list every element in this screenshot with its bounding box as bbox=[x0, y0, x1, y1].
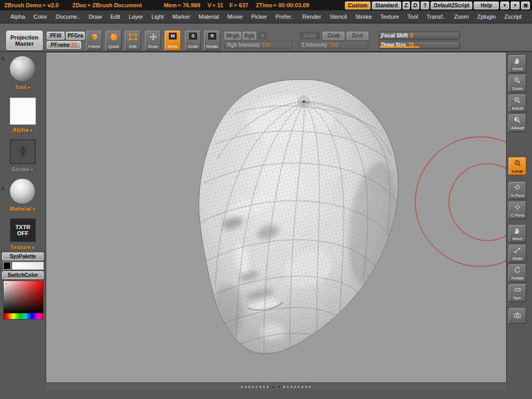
menu-item-tool[interactable]: Tool bbox=[407, 14, 418, 20]
current-material-thumbnail[interactable] bbox=[10, 179, 36, 204]
mrgb-button[interactable]: Mrgb bbox=[224, 32, 241, 39]
menu-item-movie[interactable]: Movie bbox=[228, 14, 243, 20]
clear-pivot-button[interactable]: C.Pivot bbox=[509, 202, 526, 219]
window-layout-icon[interactable]: ▣ bbox=[521, 2, 530, 9]
zadd-button[interactable]: Zadd bbox=[299, 32, 321, 39]
current-stroke-thumbnail[interactable] bbox=[10, 139, 36, 164]
tool-palette-label[interactable]: Tool▼ bbox=[0, 84, 46, 90]
menu-item-alpha[interactable]: Alpha bbox=[10, 14, 25, 20]
alpha-palette-label[interactable]: Alpha▼ bbox=[0, 127, 46, 133]
menu-item-zscript[interactable]: Zscript bbox=[504, 14, 522, 20]
document-canvas[interactable] bbox=[46, 52, 507, 383]
texture-palette-label[interactable]: Texture▼ bbox=[0, 244, 46, 250]
zbrush-app-window: ZBrush Demo ▶ v2.0 ZDoc ▶ ZBrush Documen… bbox=[0, 0, 532, 399]
scale-canvas-button[interactable]: Scale bbox=[509, 245, 526, 262]
help-button[interactable]: Help bbox=[474, 2, 499, 9]
z-intensity-value: 100 bbox=[329, 42, 338, 48]
chevron-down-icon: ▼ bbox=[32, 207, 36, 212]
hue-strip[interactable] bbox=[4, 313, 43, 319]
color-picker[interactable] bbox=[3, 281, 44, 320]
local-button[interactable]: Local bbox=[509, 157, 526, 175]
edit-label: Edit bbox=[129, 44, 137, 49]
pfill-button[interactable]: PFill bbox=[47, 32, 64, 39]
menu-item-marker[interactable]: Marker bbox=[172, 14, 190, 20]
current-tool-thumbnail[interactable] bbox=[10, 56, 36, 81]
window-dropdown-icon[interactable]: ▾ bbox=[500, 2, 509, 9]
projection-master-button[interactable]: Projection Master bbox=[6, 31, 43, 50]
menu-item-zplugin[interactable]: Zplugin bbox=[477, 14, 496, 20]
tray-collapse-arrow-icon[interactable] bbox=[1, 56, 4, 61]
move-canvas-button[interactable]: Move bbox=[509, 225, 526, 243]
pframe-slider[interactable]: PFrame25 bbox=[47, 41, 81, 49]
menu-item-preferences[interactable]: Prefer.. bbox=[275, 14, 294, 20]
menu-item-transform[interactable]: Transf.. bbox=[427, 14, 446, 20]
menu-item-draw[interactable]: Draw bbox=[88, 14, 102, 20]
zcut-button[interactable]: Zcut bbox=[347, 32, 368, 39]
scroll-button[interactable]: Scroll bbox=[509, 55, 526, 73]
arrow-separator-icon: ▶ bbox=[88, 3, 90, 7]
material-palette-label[interactable]: Material▼ bbox=[0, 206, 46, 212]
rotate-mode-button[interactable]: R Rotate bbox=[204, 31, 220, 50]
rgb-button[interactable]: Rgb bbox=[243, 32, 256, 39]
custom-ui-button[interactable]: Custom bbox=[345, 2, 370, 9]
aahalf-label: AAHalf bbox=[511, 126, 524, 130]
z-intensity-slider[interactable]: Z Intensity100 bbox=[299, 41, 368, 49]
stat-label: ZTime bbox=[256, 2, 272, 8]
menu-item-edit[interactable]: Edit bbox=[110, 14, 120, 20]
syspalette-button[interactable]: SysPalette bbox=[2, 252, 44, 260]
menu-item-material[interactable]: Material bbox=[198, 14, 219, 20]
draw-size-slider[interactable]: Draw Size79 bbox=[379, 41, 460, 49]
menu-item-color[interactable]: Color bbox=[33, 14, 47, 20]
rotate-canvas-button[interactable]: Rotate bbox=[509, 264, 526, 282]
edit-button[interactable]: Edit bbox=[125, 31, 141, 50]
default-zscript-button[interactable]: DefaultZScript bbox=[431, 2, 472, 9]
scale-mode-button[interactable]: S Scale bbox=[185, 31, 201, 50]
color-cursor[interactable] bbox=[5, 282, 8, 285]
zoom-button[interactable]: Zoom bbox=[509, 75, 526, 92]
current-alpha-thumbnail[interactable] bbox=[10, 98, 36, 125]
menu-item-stencil[interactable]: Stencil bbox=[329, 14, 347, 20]
chevron-down-icon: ▼ bbox=[29, 128, 33, 133]
snapshot-button[interactable] bbox=[509, 308, 526, 324]
zsub-button[interactable]: Zsub bbox=[323, 32, 344, 39]
frame-button[interactable]: Frame bbox=[86, 31, 102, 50]
saturation-value-area[interactable] bbox=[4, 281, 43, 313]
z-button[interactable]: Z bbox=[403, 2, 410, 9]
tray-expand-down-icon[interactable]: ▼ bbox=[277, 385, 281, 389]
d-button[interactable]: D bbox=[411, 2, 419, 9]
focal-shift-slider[interactable]: Focal Shift0 bbox=[379, 32, 460, 39]
move-mode-button[interactable]: M Move bbox=[165, 31, 181, 50]
draw-mode-button[interactable]: Draw bbox=[145, 31, 161, 50]
menu-item-light[interactable]: Light bbox=[152, 14, 164, 20]
menu-item-render[interactable]: Render bbox=[302, 14, 321, 20]
main-color-swatch[interactable] bbox=[3, 262, 11, 270]
rgb-intensity-slider[interactable]: Rgb Intensity100 bbox=[224, 41, 292, 49]
bottom-tray-handle[interactable]: ▲ ▼ bbox=[46, 383, 507, 390]
tray-expand-up-icon[interactable]: ▲ bbox=[272, 385, 275, 389]
stat-label: V bbox=[207, 2, 211, 8]
menu-item-texture[interactable]: Texture bbox=[380, 14, 399, 20]
standard-ui-button[interactable]: Standard bbox=[372, 2, 401, 9]
menu-item-zoom[interactable]: Zoom bbox=[454, 14, 469, 20]
help-question-button[interactable]: ? bbox=[421, 2, 429, 9]
current-texture-thumbnail[interactable]: TXTR OFF bbox=[10, 218, 36, 242]
pfgra-button[interactable]: PFGra bbox=[66, 32, 85, 39]
spin-button[interactable]: Spin bbox=[509, 284, 526, 302]
actual-size-button[interactable]: Actual bbox=[509, 95, 526, 112]
quick-button[interactable]: Quick bbox=[105, 31, 122, 50]
stroke-palette-label[interactable]: Stroke▼ bbox=[0, 166, 46, 172]
secondary-color-swatch[interactable] bbox=[12, 262, 44, 270]
menu-item-stroke[interactable]: Stroke bbox=[355, 14, 372, 20]
move-m-icon: M bbox=[169, 33, 177, 39]
menu-item-layer[interactable]: Layer bbox=[129, 14, 143, 20]
grip-texture-left bbox=[241, 385, 269, 388]
m-button[interactable]: M bbox=[258, 32, 267, 39]
focal-shift-label: Focal Shift bbox=[381, 33, 408, 38]
tray-collapse-arrow-icon[interactable] bbox=[1, 186, 4, 191]
menu-item-picker[interactable]: Picker bbox=[251, 14, 267, 20]
switchcolor-button[interactable]: SwitchColor bbox=[2, 271, 44, 279]
window-dropdown2-icon[interactable]: ▾ bbox=[511, 2, 520, 9]
aahalf-button[interactable]: AAHalf bbox=[509, 114, 526, 132]
set-pivot-button[interactable]: S.Pivot bbox=[509, 182, 526, 200]
menu-item-document[interactable]: Docume.. bbox=[56, 14, 80, 20]
